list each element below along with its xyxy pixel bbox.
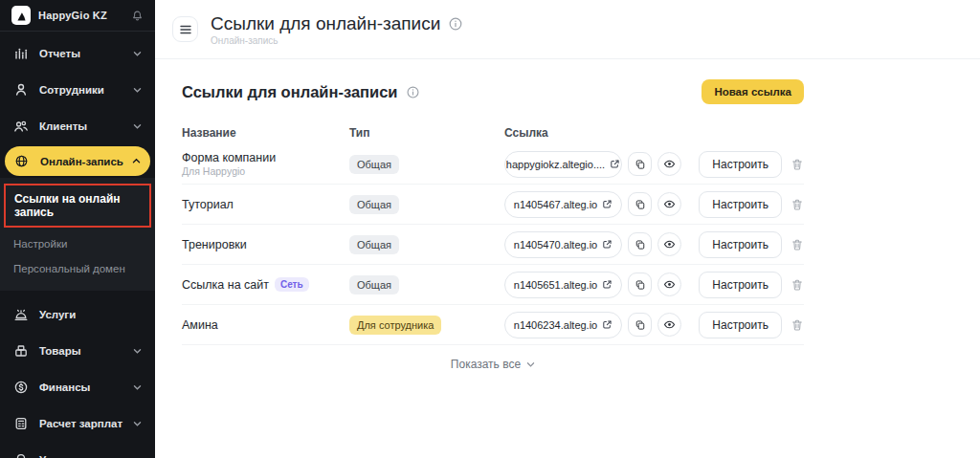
top-header: Ссылки для онлайн-записи Онлайн-запись xyxy=(155,0,980,59)
link-name: Туториал xyxy=(182,198,349,211)
notifications-bell-icon[interactable] xyxy=(131,10,144,22)
submenu-item-settings[interactable]: Настройки xyxy=(0,231,155,256)
online-booking-submenu: Ссылки на онлайн запись Настройки Персон… xyxy=(0,178,155,291)
chevron-down-icon xyxy=(526,361,535,368)
show-all-button[interactable]: Показать все xyxy=(182,358,804,371)
preview-eye-button[interactable] xyxy=(657,192,681,216)
table-row: Форма компании Для Happygio Общая happyg… xyxy=(182,144,804,185)
brand-logo xyxy=(11,6,31,25)
brand-name: HappyGio KZ xyxy=(38,10,131,21)
preview-eye-button[interactable] xyxy=(657,232,681,256)
sidebar-item-online-booking[interactable]: Онлайн-запись xyxy=(5,146,150,176)
chevron-down-icon xyxy=(133,348,142,355)
new-link-button[interactable]: Новая ссылка xyxy=(702,79,804,104)
booking-link-button[interactable]: n1405651.alteg.io xyxy=(504,272,622,298)
table-row: Амина Для сотрудника n1406234.alteg.io Н… xyxy=(182,305,804,345)
external-link-icon xyxy=(602,319,612,330)
table-row: Туториал Общая n1405467.alteg.io Настрои… xyxy=(182,185,804,225)
sidebar-item-clients[interactable]: Клиенты xyxy=(0,108,155,144)
booking-link-button[interactable]: happygiokz.altegio.... xyxy=(504,151,622,178)
type-badge: Общая xyxy=(349,155,399,174)
table-row: Ссылка на сайт Сеть Общая n1405651.alteg… xyxy=(182,265,804,305)
column-header-type: Тип xyxy=(349,126,504,140)
link-subtitle: Для Happygio xyxy=(182,165,349,177)
main-area: Ссылки для онлайн-записи Онлайн-запись С… xyxy=(155,0,980,458)
external-link-icon xyxy=(602,279,612,290)
sidebar-item-reports[interactable]: Отчеты xyxy=(0,35,155,72)
sidebar-item-payroll[interactable]: Расчет зарплат xyxy=(0,405,155,442)
people-icon xyxy=(13,119,29,134)
menu-toggle-button[interactable] xyxy=(172,16,198,42)
service-bell-icon xyxy=(13,307,29,322)
chevron-down-icon xyxy=(133,123,142,130)
content: Ссылки для онлайн-записи Новая ссылка На… xyxy=(182,79,804,371)
submenu-item-personal-domain[interactable]: Персональный домен xyxy=(0,256,155,281)
chart-icon xyxy=(13,46,29,61)
delete-trash-icon[interactable] xyxy=(791,278,804,292)
chevron-up-icon xyxy=(132,158,141,164)
sidebar: HappyGio KZ Отчеты Сотрудники Клиенты xyxy=(0,0,155,458)
coin-icon xyxy=(13,380,29,395)
booking-link-button[interactable]: n1406234.alteg.io xyxy=(504,312,622,338)
sidebar-header: HappyGio KZ xyxy=(0,0,155,32)
chevron-down-icon xyxy=(133,51,142,57)
submenu-item-booking-links[interactable]: Ссылки на онлайн запись xyxy=(4,184,151,228)
sidebar-item-staff[interactable]: Сотрудники xyxy=(0,72,155,108)
column-header-link: Ссылка xyxy=(504,126,804,140)
external-link-icon xyxy=(610,159,620,169)
chevron-down-icon xyxy=(133,421,142,427)
preview-eye-button[interactable] xyxy=(657,313,681,337)
type-badge: Общая xyxy=(349,195,399,214)
link-name: Амина xyxy=(182,318,349,332)
external-link-icon xyxy=(602,239,612,250)
table-row: Тренировки Общая n1405470.alteg.io Настр… xyxy=(182,225,804,265)
person-icon xyxy=(13,82,29,98)
copy-link-button[interactable] xyxy=(628,192,652,216)
copy-link-button[interactable] xyxy=(628,313,652,337)
delete-trash-icon[interactable] xyxy=(791,238,804,251)
breadcrumb: Онлайн-запись xyxy=(211,35,463,46)
column-header-name: Название xyxy=(182,126,349,140)
configure-button[interactable]: Настроить xyxy=(699,151,782,178)
section-header: Ссылки для онлайн-записи Новая ссылка xyxy=(182,79,804,104)
delete-trash-icon[interactable] xyxy=(791,198,804,211)
type-badge: Общая xyxy=(349,235,399,254)
sidebar-item-goods[interactable]: Товары xyxy=(0,333,155,369)
info-icon[interactable] xyxy=(448,16,463,32)
sidebar-nav: Отчеты Сотрудники Клиенты Онлайн-запись xyxy=(0,32,155,458)
network-badge: Сеть xyxy=(275,277,309,292)
chevron-down-icon xyxy=(133,384,142,391)
title-block: Ссылки для онлайн-записи Онлайн-запись xyxy=(211,13,463,46)
configure-button[interactable]: Настроить xyxy=(699,272,782,298)
box-icon xyxy=(13,343,29,359)
booking-link-button[interactable]: n1405470.alteg.io xyxy=(504,231,622,258)
copy-link-button[interactable] xyxy=(628,152,652,176)
delete-trash-icon[interactable] xyxy=(791,318,804,332)
sidebar-nav-lower: Услуги Товары Финансы Расчет xyxy=(0,291,155,458)
link-name: Тренировки xyxy=(182,238,349,251)
external-link-icon xyxy=(602,199,612,209)
sidebar-item-notifications[interactable]: Уведомления xyxy=(0,442,155,458)
booking-link-button[interactable]: n1405467.alteg.io xyxy=(504,191,622,218)
page-title: Ссылки для онлайн-записи xyxy=(211,13,440,34)
globe-icon xyxy=(14,154,30,169)
configure-button[interactable]: Настроить xyxy=(699,231,782,258)
type-badge: Для сотрудника xyxy=(349,316,441,335)
delete-trash-icon[interactable] xyxy=(791,158,804,171)
type-badge: Общая xyxy=(349,275,399,294)
table-header: Название Тип Ссылка xyxy=(182,121,804,144)
copy-link-button[interactable] xyxy=(628,232,652,256)
configure-button[interactable]: Настроить xyxy=(699,191,782,218)
sidebar-item-finance[interactable]: Финансы xyxy=(0,369,155,405)
preview-eye-button[interactable] xyxy=(657,152,681,176)
configure-button[interactable]: Настроить xyxy=(699,312,782,338)
copy-link-button[interactable] xyxy=(628,273,652,296)
info-icon[interactable] xyxy=(406,85,420,99)
sidebar-item-services[interactable]: Услуги xyxy=(0,296,155,333)
chevron-down-icon xyxy=(133,87,142,94)
link-name: Форма компании xyxy=(182,151,349,164)
bell-icon xyxy=(13,452,29,458)
preview-eye-button[interactable] xyxy=(657,273,681,296)
calculator-icon xyxy=(13,416,29,431)
link-name: Ссылка на сайт Сеть xyxy=(182,277,349,292)
